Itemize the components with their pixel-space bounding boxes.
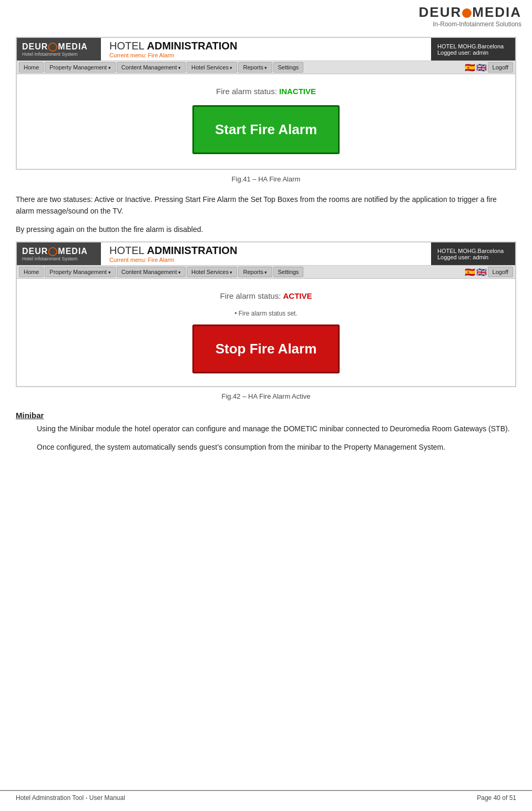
footer-right: Page 40 of 51 [477,794,516,802]
title-hotel-2: HOTEL [109,245,147,256]
body-text-1: There are two statuses: Active or Inacti… [16,194,516,217]
admin-title-2: HOTEL ADMINISTRATION [109,245,423,257]
nav-bar-2: Home Property Management Content Managem… [17,266,515,279]
nav-reports-2[interactable]: Reports [238,267,272,277]
nav-home-1[interactable]: Home [19,62,44,73]
stop-fire-alarm-button[interactable]: Stop Fire Alarm [192,325,340,373]
brand-logo: DEURMEDIA [419,4,521,21]
logged-user-2: Logged user: admin [437,254,509,260]
fire-status-label-1: Fire alarm status: [216,87,279,96]
hotel-name-2: HOTEL MOHG.Barcelona [437,248,509,254]
fire-status-line-2: Fire alarm status: ACTIVE [33,291,499,300]
footer-left: Hotel Adminstration Tool - User Manual [16,794,125,802]
fire-status-label-2: Fire alarm status: [220,291,283,300]
start-fire-alarm-button[interactable]: Start Fire Alarm [192,105,340,154]
title-admin-2: ADMINISTRATION [147,245,238,256]
admin-logo-text-1: DEUR◯MEDIA [22,42,96,52]
screenshot1-content: Fire alarm status: INACTIVE Start Fire A… [17,74,515,169]
fire-alarm-note: Fire alarm status set. [33,310,499,317]
screenshot-inactive: DEUR◯MEDIA Hotel Infotainment System HOT… [16,37,516,170]
top-logo: DEURMEDIA In-Room-Infotainment Solutions [419,4,521,28]
logo-tagline: In-Room-Infotainment Solutions [433,21,521,28]
nav-settings-1[interactable]: Settings [273,62,304,73]
admin-logo-section-1: DEUR◯MEDIA Hotel Infotainment System [17,38,101,60]
screenshot2-content: Fire alarm status: ACTIVE Fire alarm sta… [17,279,515,386]
nav-content-2[interactable]: Content Management [117,267,186,277]
admin-user-section-1: HOTEL MOHG.Barcelona Logged user: admin [431,38,515,60]
fire-status-value-1: INACTIVE [279,87,316,96]
title-hotel-1: HOTEL [109,40,147,52]
logo-euro-circle-1: ◯ [48,42,58,51]
admin-logo-section-2: DEUR◯MEDIA Hotel Infotainment System [17,242,101,265]
admin-logo-subtitle-1: Hotel Infotainment System [22,52,96,57]
page-footer: Hotel Adminstration Tool - User Manual P… [0,790,532,805]
nav-settings-2[interactable]: Settings [273,267,304,277]
minibar-text-2: Once configured, the system automaticall… [37,441,516,453]
title-admin-1: ADMINISTRATION [147,40,238,52]
admin-header-1: DEUR◯MEDIA Hotel Infotainment System HOT… [17,38,515,61]
flag-uk-1: 🇬🇧 [476,63,487,73]
nav-hotel-services-1[interactable]: Hotel Services [187,62,237,73]
minibar-text-1: Using the Minibar module the hotel opera… [37,423,516,434]
fire-status-line-1: Fire alarm status: INACTIVE [33,87,499,96]
current-menu-2: Current menu: Fire Alarm [109,257,423,263]
nav-home-2[interactable]: Home [19,267,44,277]
nav-property-1[interactable]: Property Management [45,62,115,73]
body-text-2: By pressing again on the button the fire… [16,224,516,235]
logo-circle [462,8,472,18]
nav-hotel-services-2[interactable]: Hotel Services [187,267,237,277]
flag-es-2: 🇪🇸 [465,267,475,277]
admin-title-section-1: HOTEL ADMINISTRATION Current menu: Fire … [101,38,431,60]
admin-title-section-2: HOTEL ADMINISTRATION Current menu: Fire … [101,242,431,265]
logged-user-1: Logged user: admin [437,49,509,56]
admin-logo-text-2: DEUR◯MEDIA [22,246,96,256]
admin-header-2: DEUR◯MEDIA Hotel Infotainment System HOT… [17,242,515,266]
hotel-name-1: HOTEL MOHG.Barcelona [437,43,509,49]
nav-logoff-1[interactable]: Logoff [488,62,513,73]
nav-bar-1: Home Property Management Content Managem… [17,61,515,74]
flag-uk-2: 🇬🇧 [476,267,487,277]
fig2-caption: Fig.42 – HA Fire Alarm Active [16,392,516,400]
nav-logoff-2[interactable]: Logoff [488,267,513,277]
admin-title-1: HOTEL ADMINISTRATION [109,40,423,52]
flag-icons-2: 🇪🇸 🇬🇧 [465,267,487,277]
nav-reports-1[interactable]: Reports [238,62,272,73]
fig1-caption: Fig.41 – HA Fire Alarm [16,175,516,183]
nav-property-2[interactable]: Property Management [45,267,115,277]
flag-icons-1: 🇪🇸 🇬🇧 [465,63,487,73]
logo-euro-circle-2: ◯ [48,247,58,256]
fire-status-value-2: ACTIVE [283,291,312,300]
admin-logo-subtitle-2: Hotel Infotainment System [22,256,96,261]
flag-es-1: 🇪🇸 [465,63,475,73]
screenshot-active: DEUR◯MEDIA Hotel Infotainment System HOT… [16,241,516,387]
nav-content-1[interactable]: Content Management [117,62,186,73]
current-menu-1: Current menu: Fire Alarm [109,52,423,58]
admin-user-section-2: HOTEL MOHG.Barcelona Logged user: admin [431,242,515,265]
minibar-heading: Minibar [16,411,516,420]
